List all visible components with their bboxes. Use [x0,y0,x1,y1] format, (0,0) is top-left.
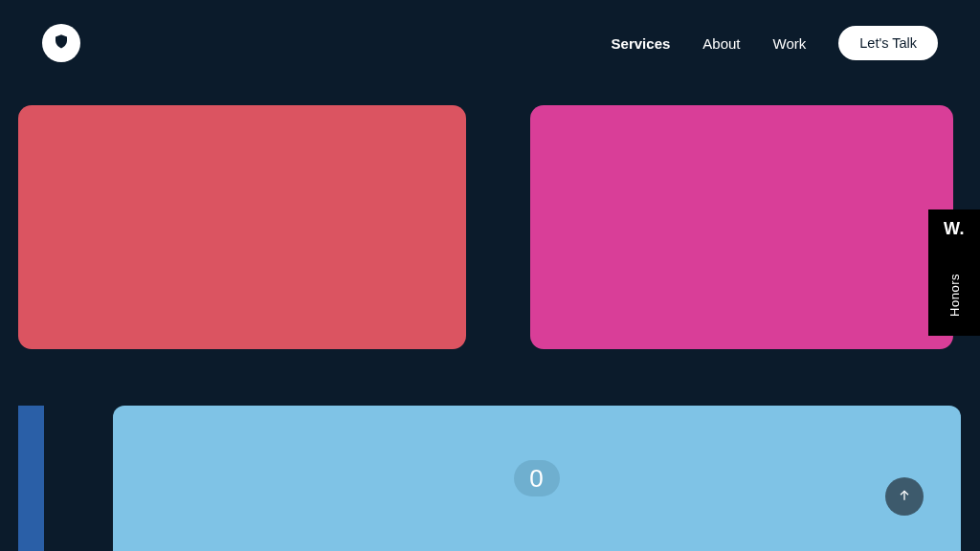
nav-link-about[interactable]: About [702,35,740,52]
stats-strip-accent-bar [18,406,44,551]
logo-shield-icon [53,33,70,54]
stats-strip-main: 0 [113,406,961,551]
awwwards-label: Honors [947,274,962,317]
scroll-to-top-button[interactable] [885,477,924,516]
stat-counter-value: 0 [529,464,544,494]
stat-counter-pill: 0 [514,460,560,496]
stats-strip: 0 [18,406,961,551]
site-header: Services About Work Let's Talk [0,0,980,86]
feature-card-red[interactable] [18,105,466,349]
feature-cards-row [18,105,980,349]
awwwards-badge[interactable]: W. Honors [928,209,980,336]
awwwards-mark-icon: W. [944,219,965,239]
nav-link-services[interactable]: Services [612,35,671,52]
lets-talk-button[interactable]: Let's Talk [838,26,938,60]
feature-card-pink[interactable] [530,105,953,349]
logo[interactable] [42,24,80,62]
primary-nav: Services About Work Let's Talk [612,26,938,60]
nav-link-work[interactable]: Work [773,35,807,52]
arrow-up-icon [897,488,912,506]
